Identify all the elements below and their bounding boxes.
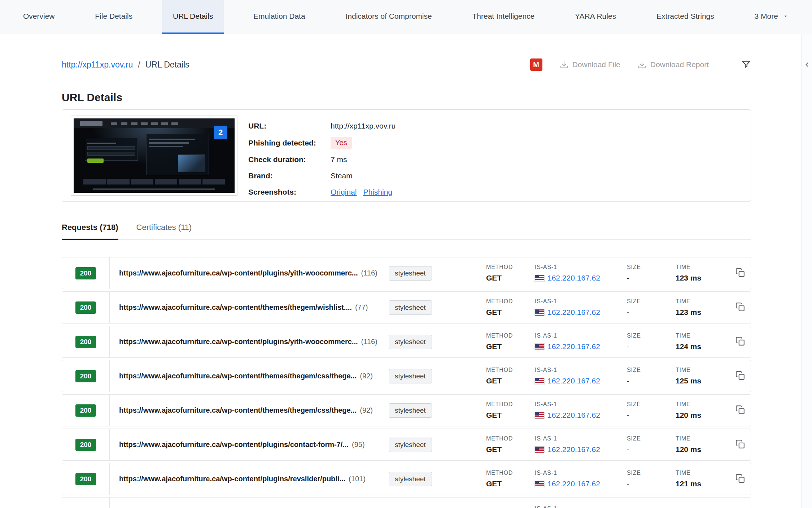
request-count: (116) <box>361 269 377 277</box>
tab-more[interactable]: 3 More <box>744 0 800 34</box>
size-label: SIZE <box>627 470 676 476</box>
tab[interactable]: URL Details <box>162 0 224 34</box>
request-url: https://www.ajacofurniture.ca/wp-content… <box>119 372 357 380</box>
autonomous-system-cell: IS-AS-1 <box>535 498 627 508</box>
tab-label: YARA Rules <box>575 12 616 21</box>
time-label: TIME <box>676 367 730 373</box>
tab[interactable]: YARA Rules <box>564 0 627 34</box>
url-screenshot-thumbnail[interactable]: 2 <box>71 116 237 196</box>
autonomous-system-label: IS-AS-1 <box>535 401 627 408</box>
tab-label: Overview <box>23 12 55 21</box>
field-value: http://xp11xp.vov.ru <box>331 122 396 130</box>
thumb-decoration <box>146 134 209 175</box>
filter-button[interactable] <box>741 59 751 70</box>
status-cell: 200 <box>62 463 110 495</box>
field-check-duration: Check duration: 7 ms <box>248 154 396 165</box>
size-label: SIZE <box>627 435 676 442</box>
size-cell: SIZE <box>627 498 676 508</box>
copy-button[interactable] <box>735 405 745 416</box>
request-row[interactable]: 200 https://www.ajacofurniture.ca/wp-con… <box>62 360 751 392</box>
request-url-cell: https://www.ajacofurniture.ca/wp-content… <box>110 395 389 426</box>
copy-cell <box>730 326 751 357</box>
copy-button[interactable] <box>735 371 745 381</box>
subtab[interactable]: Requests (718) <box>62 223 118 240</box>
thumb-decoration <box>85 138 138 161</box>
time-cell: TIME 121 ms <box>676 463 730 495</box>
collapse-panel-button[interactable] <box>802 60 812 70</box>
time-cell: TIME <box>676 498 730 508</box>
phishing-detected-badge: Yes <box>331 137 352 149</box>
thumb-decoration <box>149 142 189 144</box>
resource-type-cell: stylesheet <box>389 292 486 323</box>
method-value: GET <box>486 308 535 317</box>
request-row[interactable]: 200 https://www.ajacofurniture.ca/wp-con… <box>62 326 751 358</box>
field-label: Phishing detected: <box>248 139 331 147</box>
request-url: https://www.ajacofurniture.ca/wp-content… <box>119 303 352 312</box>
breadcrumb-url-link[interactable]: http://xp11xp.vov.ru <box>62 60 133 70</box>
method-value: GET <box>486 411 535 420</box>
copy-button[interactable] <box>735 439 745 450</box>
copy-button[interactable] <box>735 268 745 278</box>
ip-address-link[interactable]: 162.220.167.62 <box>547 445 600 454</box>
chevron-left-icon <box>803 61 811 68</box>
time-value: 124 ms <box>676 342 730 351</box>
method-value: GET <box>486 445 535 454</box>
tab[interactable]: Threat Intelligence <box>462 0 546 34</box>
url-details-fields: URL: http://xp11xp.vov.ru Phishing detec… <box>248 116 396 196</box>
screenshot-count-badge: 2 <box>214 126 227 139</box>
method-cell: METHOD GET <box>486 429 535 460</box>
tab[interactable]: Indicators of Compromise <box>335 0 442 34</box>
copy-icon <box>735 474 745 483</box>
us-flag-icon <box>535 309 544 316</box>
request-url: https://www.ajacofurniture.ca/wp-content… <box>119 338 358 346</box>
ip-address-link[interactable]: 162.220.167.62 <box>547 411 600 420</box>
request-row[interactable]: 200 https://www.ajacofurniture.ca/wp-con… <box>62 463 751 495</box>
method-value: GET <box>486 342 535 351</box>
status-cell: 200 <box>62 395 110 426</box>
thumb-decoration <box>93 188 215 190</box>
resource-type-cell: stylesheet <box>389 326 486 357</box>
url-details-card: 2 URL: http://xp11xp.vov.ru Phishing det… <box>62 109 751 202</box>
method-label: METHOD <box>486 333 535 339</box>
request-row[interactable]: 200 https://www.ajacofurniture.ca/wp-con… <box>62 429 751 461</box>
method-label: METHOD <box>486 435 535 442</box>
requests-certificates-tabs: Requests (718) Certificates (11) <box>62 223 751 240</box>
ip-address-link[interactable]: 162.220.167.62 <box>547 377 600 385</box>
tab[interactable]: File Details <box>84 0 143 34</box>
request-row[interactable]: 200 https://www.ajacofurniture.ca/wp-con… <box>62 291 751 324</box>
request-row[interactable]: 200 https://www.ajacofurniture.ca/wp-con… <box>62 257 751 289</box>
copy-button[interactable] <box>735 337 745 347</box>
ip-address-link[interactable]: 162.220.167.62 <box>547 479 600 488</box>
status-code-badge: 200 <box>75 439 96 451</box>
resource-type-chip: stylesheet <box>389 300 432 315</box>
download-file-button[interactable]: Download File <box>560 60 620 69</box>
status-code-badge: 200 <box>75 267 96 279</box>
ip-address-link[interactable]: 162.220.167.62 <box>547 342 600 351</box>
download-report-button[interactable]: Download Report <box>638 60 709 69</box>
tab[interactable]: Extracted Strings <box>646 0 725 34</box>
size-value: - <box>627 308 676 317</box>
copy-cell <box>730 395 751 426</box>
copy-button[interactable] <box>735 302 745 313</box>
time-label: TIME <box>676 264 730 270</box>
copy-button[interactable] <box>735 474 745 484</box>
subtab[interactable]: Certificates (11) <box>136 223 192 240</box>
field-url: URL: http://xp11xp.vov.ru <box>248 121 396 131</box>
original-screenshot-link[interactable]: Original <box>331 188 357 196</box>
tab[interactable]: Overview <box>12 0 66 34</box>
phishing-screenshot-link[interactable]: Phishing <box>363 188 392 196</box>
ip-address-link[interactable]: 162.220.167.62 <box>547 274 600 282</box>
request-row[interactable]: METHOD IS-AS-1 SIZE TIME <box>62 497 751 508</box>
ip-address-link[interactable]: 162.220.167.62 <box>547 308 600 317</box>
copy-icon <box>735 302 745 312</box>
size-cell: SIZE - <box>627 395 676 426</box>
tab[interactable]: Emulation Data <box>243 0 316 34</box>
copy-icon <box>735 405 745 414</box>
method-cell: METHOD GET <box>486 463 535 495</box>
field-value: 7 ms <box>331 155 347 164</box>
resource-type-chip: stylesheet <box>389 438 432 452</box>
side-panel-rail <box>801 34 812 508</box>
copy-cell <box>730 360 751 392</box>
request-row[interactable]: 200 https://www.ajacofurniture.ca/wp-con… <box>62 394 751 426</box>
request-count: (92) <box>360 372 373 380</box>
